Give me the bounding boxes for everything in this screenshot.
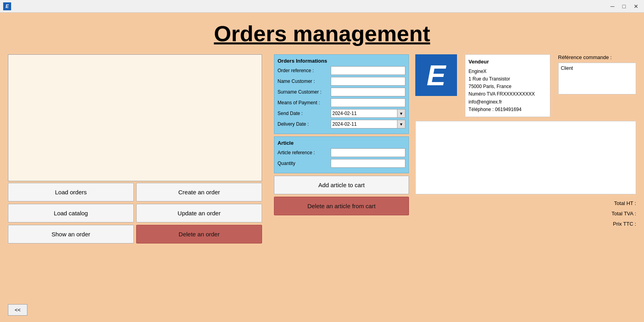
- left-panel: Load orders Create an order Load catalog…: [8, 54, 270, 243]
- quantity-label: Quantity: [278, 161, 329, 166]
- middle-buttons: Add article to cart Delete an article fr…: [274, 176, 409, 215]
- vendor-info: Vendeur EngineX 1 Rue du Transistor 7500…: [465, 54, 550, 117]
- means-payment-row: Means of Payment :: [278, 98, 405, 107]
- titlebar-controls: ─ □ ✕: [608, 2, 641, 10]
- send-date-label: Send Date :: [278, 111, 329, 116]
- means-payment-label: Means of Payment :: [278, 100, 329, 105]
- delete-article-button[interactable]: Delete an article from cart: [274, 197, 409, 215]
- client-label: Client: [561, 65, 634, 71]
- page-title: Orders management: [8, 21, 636, 46]
- titlebar: E ─ □ ✕: [0, 0, 644, 13]
- orders-info-box: Orders Informations Order reference : Na…: [274, 54, 409, 134]
- main-content: Orders management Load orders Create an …: [0, 13, 644, 247]
- name-customer-input[interactable]: [331, 77, 405, 86]
- order-reference-input[interactable]: [331, 66, 405, 75]
- orders-list-box: [8, 54, 262, 181]
- right-panel: E Vendeur EngineX 1 Rue du Transistor 75…: [415, 54, 636, 229]
- company-logo: E: [415, 54, 457, 96]
- send-date-wrapper: ▼: [331, 109, 405, 118]
- vendor-phone: Téléphone : 0619491694: [469, 106, 547, 113]
- name-customer-row: Name Customer :: [278, 77, 405, 86]
- titlebar-left: E: [3, 2, 11, 10]
- prix-ttc-label: Prix TTC :: [613, 221, 636, 227]
- vendor-tva: Numéro TVA FRXXXXXXXXXX: [469, 90, 547, 98]
- client-box: Client: [558, 63, 636, 94]
- delivery-date-calendar-button[interactable]: ▼: [397, 120, 405, 128]
- order-items-box: [415, 121, 636, 194]
- vendor-name: EngineX: [469, 68, 547, 75]
- vendor-title: Vendeur: [469, 58, 547, 66]
- invoice-header: E Vendeur EngineX 1 Rue du Transistor 75…: [415, 54, 636, 117]
- delivery-date-wrapper: ▼: [331, 120, 405, 128]
- buttons-grid: Load orders Create an order Load catalog…: [8, 183, 262, 243]
- app-icon: E: [3, 2, 11, 10]
- nav-bottom: <<: [8, 304, 27, 316]
- close-button[interactable]: ✕: [631, 2, 641, 10]
- order-reference-label: Order reference :: [278, 68, 329, 73]
- total-tva-label: Total TVA :: [611, 211, 636, 217]
- orders-info-title: Orders Informations: [278, 58, 405, 64]
- vendor-address1: 1 Rue du Transistor: [469, 75, 547, 83]
- reference-label: Référence commande :: [558, 54, 636, 60]
- order-reference-row: Order reference :: [278, 66, 405, 75]
- delete-order-button[interactable]: Delete an order: [136, 225, 262, 243]
- article-box: Article Article reference : Quantity: [274, 136, 409, 173]
- delivery-date-row: Delivery Date : ▼: [278, 120, 405, 128]
- maximize-button[interactable]: □: [620, 2, 628, 10]
- send-date-input[interactable]: [331, 109, 397, 117]
- middle-panel: Orders Informations Order reference : Na…: [274, 54, 409, 215]
- send-date-row: Send Date : ▼: [278, 109, 405, 118]
- load-catalog-button[interactable]: Load catalog: [8, 204, 134, 222]
- article-reference-row: Article reference :: [278, 148, 405, 157]
- surname-customer-label: Surname Customer :: [278, 89, 329, 95]
- update-order-button[interactable]: Update an order: [136, 204, 262, 222]
- back-button[interactable]: <<: [8, 304, 27, 316]
- minimize-button[interactable]: ─: [608, 2, 617, 10]
- article-title: Article: [278, 140, 405, 146]
- logo-e-icon: E: [426, 61, 445, 90]
- surname-customer-input[interactable]: [331, 88, 405, 96]
- quantity-row: Quantity: [278, 159, 405, 168]
- article-reference-input[interactable]: [331, 148, 405, 157]
- load-orders-button[interactable]: Load orders: [8, 183, 134, 201]
- totals-section: Total HT : Total TVA : Prix TTC :: [415, 198, 636, 229]
- create-order-button[interactable]: Create an order: [136, 183, 262, 201]
- article-reference-label: Article reference :: [278, 150, 329, 155]
- ref-client-section: Référence commande : Client: [558, 54, 636, 94]
- total-tva-row: Total TVA :: [415, 209, 636, 219]
- total-ht-label: Total HT :: [614, 200, 636, 206]
- vendor-address2: 75000 Paris, France: [469, 83, 547, 90]
- delivery-date-label: Delivery Date :: [278, 121, 329, 127]
- add-article-button[interactable]: Add article to cart: [274, 176, 409, 194]
- delivery-date-input[interactable]: [331, 120, 397, 128]
- surname-customer-row: Surname Customer :: [278, 88, 405, 96]
- total-ht-row: Total HT :: [415, 198, 636, 209]
- vendor-email: info@enginex.fr: [469, 98, 547, 106]
- prix-ttc-row: Prix TTC :: [415, 219, 636, 229]
- send-date-calendar-button[interactable]: ▼: [397, 109, 405, 117]
- means-payment-input[interactable]: [331, 98, 405, 107]
- name-customer-label: Name Customer :: [278, 79, 329, 84]
- quantity-input[interactable]: [331, 159, 405, 168]
- show-order-button[interactable]: Show an order: [8, 225, 134, 243]
- layout: Load orders Create an order Load catalog…: [8, 54, 636, 243]
